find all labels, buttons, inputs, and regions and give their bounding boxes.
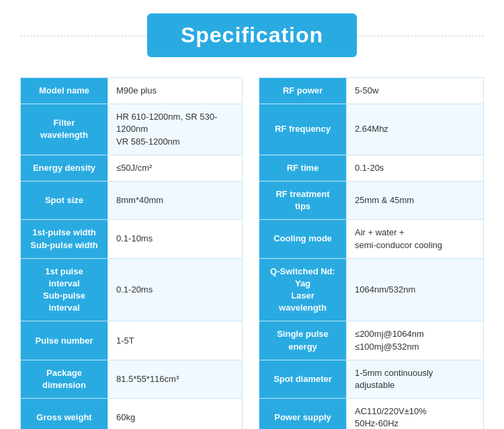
right-value-6: ≤200mj@1064nm ≤100mj@532nm <box>347 321 484 360</box>
divider <box>243 155 259 181</box>
left-value-5: 0.1-20ms <box>108 258 243 321</box>
left-label-4: 1st-pulse width Sub-pulse width <box>21 220 108 258</box>
page-title: Specification <box>147 13 357 57</box>
header-section: Specification <box>20 13 484 57</box>
divider <box>243 181 259 219</box>
left-value-4: 0.1-10ms <box>108 220 243 258</box>
right-label-4: Cooling mode <box>259 220 347 258</box>
right-label-8: Power supply <box>259 399 347 429</box>
right-label-5: Q-Switched Nd: Yag Laser wavelength <box>259 258 347 321</box>
right-label-2: RF time <box>259 155 347 181</box>
right-label-0: RF power <box>259 78 347 104</box>
divider <box>243 104 259 155</box>
right-value-0: 5-50w <box>347 78 484 104</box>
left-label-3: Spot size <box>21 181 108 219</box>
left-label-5: 1st pulse interval Sub-pulse interval <box>21 258 108 321</box>
left-label-0: Model name <box>21 78 108 104</box>
divider <box>243 220 259 258</box>
left-label-6: Pulse number <box>21 321 108 360</box>
right-value-4: Air + water + semi-conducor cooling <box>347 220 484 258</box>
spec-table: Model nameM90e plusRF power5-50wFilter w… <box>20 77 484 429</box>
right-label-6: Single pulse energy <box>259 321 347 360</box>
right-label-1: RF frequency <box>259 104 347 155</box>
left-label-7: Package dimension <box>21 360 108 398</box>
divider <box>243 258 259 321</box>
left-value-1: HR 610-1200nm, SR 530-1200nm VR 585-1200… <box>108 104 243 155</box>
right-label-3: RF treatment tips <box>259 181 347 219</box>
divider <box>243 360 259 398</box>
left-value-2: ≤50J/cm² <box>108 155 243 181</box>
page-container: Specification Model nameM90e plusRF powe… <box>0 0 504 429</box>
left-value-7: 81.5*55*116cm³ <box>108 360 243 398</box>
right-value-5: 1064nm/532nm <box>347 258 484 321</box>
left-label-8: Gross weight <box>21 399 108 429</box>
left-label-2: Energy density <box>21 155 108 181</box>
divider <box>243 78 259 104</box>
left-value-6: 1-5T <box>108 321 243 360</box>
left-value-8: 60kg <box>108 399 243 429</box>
right-value-3: 25mm & 45mm <box>347 181 484 219</box>
left-value-3: 8mm*40mm <box>108 181 243 219</box>
right-value-7: 1-5mm continuously adjustable <box>347 360 484 398</box>
left-value-0: M90e plus <box>108 78 243 104</box>
left-label-1: Filter wavelength <box>21 104 108 155</box>
divider <box>243 321 259 360</box>
right-label-7: Spot diameter <box>259 360 347 398</box>
right-value-8: AC110/220V±10% 50Hz-60Hz <box>347 399 484 429</box>
divider <box>243 399 259 429</box>
right-value-2: 0.1-20s <box>347 155 484 181</box>
right-value-1: 2.64Mhz <box>347 104 484 155</box>
